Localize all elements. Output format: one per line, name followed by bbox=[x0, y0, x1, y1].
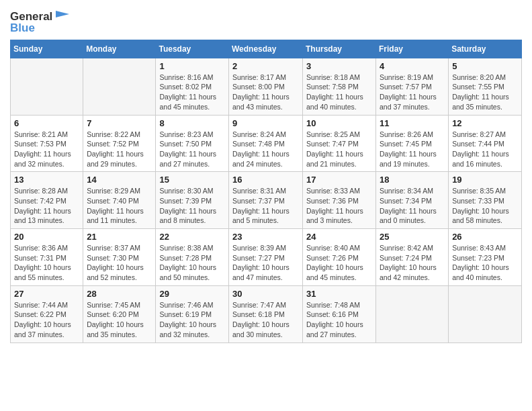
day-info: Sunrise: 8:23 AM Sunset: 7:50 PM Dayligh… bbox=[159, 130, 225, 169]
calendar-cell: 2Sunrise: 8:17 AM Sunset: 8:00 PM Daylig… bbox=[229, 58, 303, 115]
day-number: 30 bbox=[232, 289, 299, 299]
day-number: 1 bbox=[159, 61, 225, 71]
calendar-cell: 10Sunrise: 8:25 AM Sunset: 7:47 PM Dayli… bbox=[303, 115, 376, 172]
calendar-cell: 8Sunrise: 8:23 AM Sunset: 7:50 PM Daylig… bbox=[156, 115, 229, 172]
day-number: 28 bbox=[87, 289, 152, 299]
day-number: 11 bbox=[380, 118, 445, 128]
calendar-cell: 19Sunrise: 8:35 AM Sunset: 7:33 PM Dayli… bbox=[449, 172, 522, 229]
calendar-week-row: 1Sunrise: 8:16 AM Sunset: 8:02 PM Daylig… bbox=[11, 58, 522, 115]
calendar-week-row: 6Sunrise: 8:21 AM Sunset: 7:53 PM Daylig… bbox=[11, 115, 522, 172]
calendar-cell: 13Sunrise: 8:28 AM Sunset: 7:42 PM Dayli… bbox=[11, 172, 83, 229]
calendar-cell: 29Sunrise: 7:46 AM Sunset: 6:19 PM Dayli… bbox=[156, 285, 229, 342]
calendar-cell: 31Sunrise: 7:48 AM Sunset: 6:16 PM Dayli… bbox=[303, 285, 376, 342]
day-info: Sunrise: 7:48 AM Sunset: 6:16 PM Dayligh… bbox=[306, 300, 372, 340]
day-number: 26 bbox=[452, 232, 518, 242]
day-info: Sunrise: 8:26 AM Sunset: 7:45 PM Dayligh… bbox=[380, 130, 445, 169]
calendar-cell: 14Sunrise: 8:29 AM Sunset: 7:40 PM Dayli… bbox=[83, 172, 156, 229]
day-info: Sunrise: 7:45 AM Sunset: 6:20 PM Dayligh… bbox=[87, 300, 152, 340]
logo-blue: Blue bbox=[10, 21, 35, 35]
day-number: 7 bbox=[87, 118, 152, 128]
calendar-cell: 1Sunrise: 8:16 AM Sunset: 8:02 PM Daylig… bbox=[156, 58, 229, 115]
day-info: Sunrise: 8:42 AM Sunset: 7:24 PM Dayligh… bbox=[380, 243, 445, 283]
day-info: Sunrise: 8:16 AM Sunset: 8:02 PM Dayligh… bbox=[159, 73, 225, 112]
day-info: Sunrise: 8:17 AM Sunset: 8:00 PM Dayligh… bbox=[232, 73, 299, 112]
day-number: 29 bbox=[159, 289, 225, 299]
day-info: Sunrise: 8:33 AM Sunset: 7:36 PM Dayligh… bbox=[306, 186, 372, 226]
logo-wrapper: General Blue bbox=[10, 10, 69, 36]
day-info: Sunrise: 8:37 AM Sunset: 7:30 PM Dayligh… bbox=[87, 243, 152, 283]
day-info: Sunrise: 8:36 AM Sunset: 7:31 PM Dayligh… bbox=[14, 243, 79, 283]
calendar-cell bbox=[449, 285, 522, 342]
calendar-cell: 15Sunrise: 8:30 AM Sunset: 7:39 PM Dayli… bbox=[156, 172, 229, 229]
day-number: 22 bbox=[159, 232, 225, 242]
day-number: 9 bbox=[232, 118, 299, 128]
day-number: 8 bbox=[159, 118, 225, 128]
day-of-week-header: Thursday bbox=[303, 40, 376, 58]
day-number: 19 bbox=[452, 175, 518, 185]
logo: General Blue bbox=[10, 10, 69, 36]
day-info: Sunrise: 8:20 AM Sunset: 7:55 PM Dayligh… bbox=[452, 73, 518, 112]
calendar-cell bbox=[376, 285, 449, 342]
day-info: Sunrise: 8:27 AM Sunset: 7:44 PM Dayligh… bbox=[452, 130, 518, 169]
calendar-cell: 6Sunrise: 8:21 AM Sunset: 7:53 PM Daylig… bbox=[11, 115, 83, 172]
day-number: 10 bbox=[306, 118, 372, 128]
calendar-cell: 7Sunrise: 8:22 AM Sunset: 7:52 PM Daylig… bbox=[83, 115, 156, 172]
day-number: 5 bbox=[452, 61, 518, 71]
day-of-week-header: Tuesday bbox=[156, 40, 229, 58]
day-info: Sunrise: 8:21 AM Sunset: 7:53 PM Dayligh… bbox=[14, 130, 79, 169]
day-info: Sunrise: 7:47 AM Sunset: 6:18 PM Dayligh… bbox=[232, 300, 299, 340]
day-number: 16 bbox=[232, 175, 299, 185]
calendar-cell: 30Sunrise: 7:47 AM Sunset: 6:18 PM Dayli… bbox=[229, 285, 303, 342]
day-info: Sunrise: 8:38 AM Sunset: 7:28 PM Dayligh… bbox=[159, 243, 225, 283]
day-info: Sunrise: 8:34 AM Sunset: 7:34 PM Dayligh… bbox=[380, 186, 445, 226]
day-number: 31 bbox=[306, 289, 372, 299]
day-info: Sunrise: 8:19 AM Sunset: 7:57 PM Dayligh… bbox=[380, 73, 445, 112]
day-info: Sunrise: 8:40 AM Sunset: 7:26 PM Dayligh… bbox=[306, 243, 372, 283]
calendar-cell: 9Sunrise: 8:24 AM Sunset: 7:48 PM Daylig… bbox=[229, 115, 303, 172]
calendar-cell: 25Sunrise: 8:42 AM Sunset: 7:24 PM Dayli… bbox=[376, 229, 449, 286]
calendar-cell: 22Sunrise: 8:38 AM Sunset: 7:28 PM Dayli… bbox=[156, 229, 229, 286]
calendar-header-row: SundayMondayTuesdayWednesdayThursdayFrid… bbox=[11, 40, 522, 58]
calendar-cell: 28Sunrise: 7:45 AM Sunset: 6:20 PM Dayli… bbox=[83, 285, 156, 342]
day-number: 21 bbox=[87, 232, 152, 242]
calendar-cell: 27Sunrise: 7:44 AM Sunset: 6:22 PM Dayli… bbox=[11, 285, 83, 342]
calendar-cell: 12Sunrise: 8:27 AM Sunset: 7:44 PM Dayli… bbox=[449, 115, 522, 172]
calendar-table: SundayMondayTuesdayWednesdayThursdayFrid… bbox=[10, 40, 522, 343]
calendar-cell: 24Sunrise: 8:40 AM Sunset: 7:26 PM Dayli… bbox=[303, 229, 376, 286]
day-of-week-header: Monday bbox=[83, 40, 156, 58]
calendar-week-row: 13Sunrise: 8:28 AM Sunset: 7:42 PM Dayli… bbox=[11, 172, 522, 229]
day-of-week-header: Sunday bbox=[11, 40, 83, 58]
day-info: Sunrise: 8:24 AM Sunset: 7:48 PM Dayligh… bbox=[232, 130, 299, 169]
calendar-cell: 20Sunrise: 8:36 AM Sunset: 7:31 PM Dayli… bbox=[11, 229, 83, 286]
day-info: Sunrise: 7:44 AM Sunset: 6:22 PM Dayligh… bbox=[14, 300, 79, 340]
day-number: 15 bbox=[159, 175, 225, 185]
day-number: 14 bbox=[87, 175, 152, 185]
day-number: 20 bbox=[14, 232, 79, 242]
calendar-week-row: 27Sunrise: 7:44 AM Sunset: 6:22 PM Dayli… bbox=[11, 285, 522, 342]
day-info: Sunrise: 8:25 AM Sunset: 7:47 PM Dayligh… bbox=[306, 130, 372, 169]
calendar-cell: 11Sunrise: 8:26 AM Sunset: 7:45 PM Dayli… bbox=[376, 115, 449, 172]
day-number: 18 bbox=[380, 175, 445, 185]
calendar-cell: 5Sunrise: 8:20 AM Sunset: 7:55 PM Daylig… bbox=[449, 58, 522, 115]
day-info: Sunrise: 7:46 AM Sunset: 6:19 PM Dayligh… bbox=[159, 300, 225, 340]
calendar-cell bbox=[83, 58, 156, 115]
calendar-cell bbox=[11, 58, 83, 115]
calendar-cell: 4Sunrise: 8:19 AM Sunset: 7:57 PM Daylig… bbox=[376, 58, 449, 115]
day-info: Sunrise: 8:39 AM Sunset: 7:27 PM Dayligh… bbox=[232, 243, 299, 283]
day-number: 4 bbox=[380, 61, 445, 71]
day-number: 17 bbox=[306, 175, 372, 185]
calendar-week-row: 20Sunrise: 8:36 AM Sunset: 7:31 PM Dayli… bbox=[11, 229, 522, 286]
calendar-cell: 18Sunrise: 8:34 AM Sunset: 7:34 PM Dayli… bbox=[376, 172, 449, 229]
calendar-cell: 26Sunrise: 8:43 AM Sunset: 7:23 PM Dayli… bbox=[449, 229, 522, 286]
day-number: 2 bbox=[232, 61, 299, 71]
day-of-week-header: Friday bbox=[376, 40, 449, 58]
day-number: 12 bbox=[452, 118, 518, 128]
calendar-cell: 23Sunrise: 8:39 AM Sunset: 7:27 PM Dayli… bbox=[229, 229, 303, 286]
page-header: General Blue bbox=[10, 10, 522, 36]
day-info: Sunrise: 8:31 AM Sunset: 7:37 PM Dayligh… bbox=[232, 186, 299, 226]
day-number: 23 bbox=[232, 232, 299, 242]
day-of-week-header: Wednesday bbox=[229, 40, 303, 58]
day-number: 25 bbox=[380, 232, 445, 242]
calendar-body: 1Sunrise: 8:16 AM Sunset: 8:02 PM Daylig… bbox=[11, 58, 522, 342]
day-number: 13 bbox=[14, 175, 79, 185]
